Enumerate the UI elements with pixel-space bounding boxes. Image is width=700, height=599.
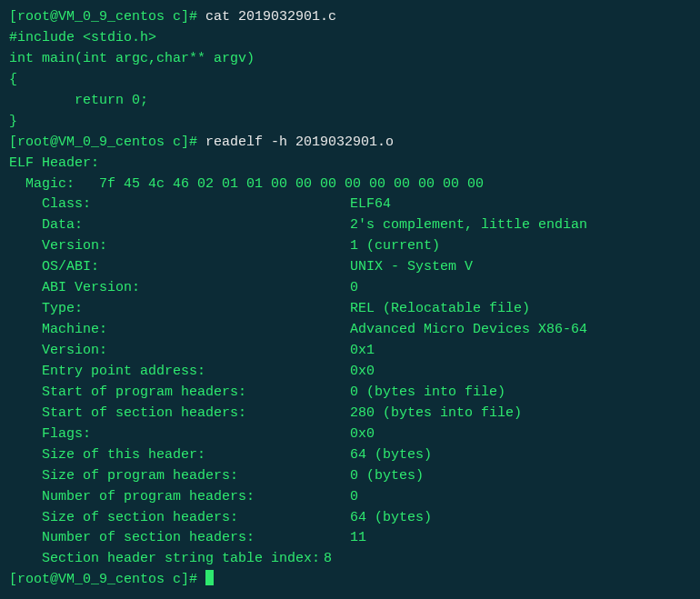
shell-prompt: [root@VM_0_9_centos c]# [9,570,205,591]
elf-header-row: Type:REL (Relocatable file) [9,299,691,320]
elf-row-label: Flags: [9,424,350,445]
elf-header-row: Number of program headers:0 [9,487,691,508]
elf-row-label: Number of section headers: [9,528,350,549]
elf-header-row: Size of program headers:0 (bytes) [9,466,691,487]
elf-row-value: 0 [350,278,358,299]
elf-header-row: Flags:0x0 [9,424,691,445]
elf-row-value: 1 (current) [350,236,440,257]
elf-row-label: Type: [9,299,350,320]
elf-row-label: Size of this header: [9,445,350,466]
elf-header-title: ELF Header: [9,154,691,175]
elf-row-label: Section header string table index: [9,549,324,570]
terminal-output[interactable]: [root@VM_0_9_centos c]# cat 2019032901.c… [9,7,691,591]
elf-row-value: 0 (bytes into file) [350,383,505,404]
elf-header-row: Size of section headers:64 (bytes) [9,508,691,529]
elf-row-value: UNIX - System V [350,257,473,278]
elf-header-row: Number of section headers:11 [9,528,691,549]
elf-row-label: Version: [9,236,350,257]
elf-row-label: Size of program headers: [9,466,350,487]
elf-row-label: Machine: [9,320,350,341]
elf-row-value: 0x0 [350,362,375,383]
elf-row-label: Data: [9,215,350,236]
prompt-line-3: [root@VM_0_9_centos c]# [9,570,691,591]
elf-rows: Class:ELF64 Data:2's complement, little … [9,195,691,570]
elf-row-value: 64 (bytes) [350,445,432,466]
elf-row-value: 11 [350,528,366,549]
source-line: } [9,112,691,133]
elf-row-label: Size of section headers: [9,508,350,529]
elf-row-label: Start of section headers: [9,404,350,424]
shell-prompt: [root@VM_0_9_centos c]# [9,7,205,28]
elf-header-row: Version:1 (current) [9,236,691,257]
elf-row-value: 2's complement, little endian [350,215,587,236]
elf-row-value: 8 [324,549,332,570]
source-line: #include <stdio.h> [9,28,691,49]
elf-row-value: REL (Relocatable file) [350,299,530,320]
elf-header-row: Entry point address:0x0 [9,362,691,383]
elf-row-label: ABI Version: [9,278,350,299]
elf-row-label: OS/ABI: [9,257,350,278]
elf-row-label: Start of program headers: [9,383,350,404]
command-cat: cat 2019032901.c [205,7,336,28]
prompt-line-1: [root@VM_0_9_centos c]# cat 2019032901.c [9,7,691,28]
source-line: int main(int argc,char** argv) [9,49,691,70]
elf-row-label: Number of program headers: [9,487,350,508]
elf-row-value: 64 (bytes) [350,508,432,529]
elf-magic-line: Magic: 7f 45 4c 46 02 01 01 00 00 00 00 … [9,175,691,195]
elf-magic-value: 7f 45 4c 46 02 01 01 00 00 00 00 00 00 0… [99,176,492,192]
source-line: return 0; [9,91,691,112]
elf-header-row: ABI Version:0 [9,278,691,299]
elf-row-value: Advanced Micro Devices X86-64 [350,320,587,341]
cursor-icon [205,570,214,585]
elf-row-value: 0 (bytes) [350,466,424,487]
source-line: { [9,70,691,91]
elf-row-value: 0x0 [350,424,375,445]
elf-row-value: 0x1 [350,341,375,362]
elf-header-row: Data:2's complement, little endian [9,215,691,236]
elf-header-row: Machine:Advanced Micro Devices X86-64 [9,320,691,341]
elf-magic-label: Magic: [9,176,99,192]
prompt-line-2: [root@VM_0_9_centos c]# readelf -h 20190… [9,133,691,154]
elf-header-row: Version:0x1 [9,341,691,362]
elf-header-row: Size of this header:64 (bytes) [9,445,691,466]
elf-header-row: Class:ELF64 [9,195,691,215]
elf-row-label: Version: [9,341,350,362]
elf-header-row: OS/ABI:UNIX - System V [9,257,691,278]
elf-header-row: Section header string table index:8 [9,549,691,570]
elf-row-label: Class: [9,195,350,215]
elf-row-label: Entry point address: [9,362,350,383]
elf-row-value: 280 (bytes into file) [350,404,522,424]
elf-row-value: 0 [350,487,358,508]
command-readelf: readelf -h 2019032901.o [205,133,394,154]
elf-row-value: ELF64 [350,195,391,215]
elf-header-row: Start of section headers:280 (bytes into… [9,404,691,424]
shell-prompt: [root@VM_0_9_centos c]# [9,133,205,154]
elf-header-row: Start of program headers:0 (bytes into f… [9,383,691,404]
